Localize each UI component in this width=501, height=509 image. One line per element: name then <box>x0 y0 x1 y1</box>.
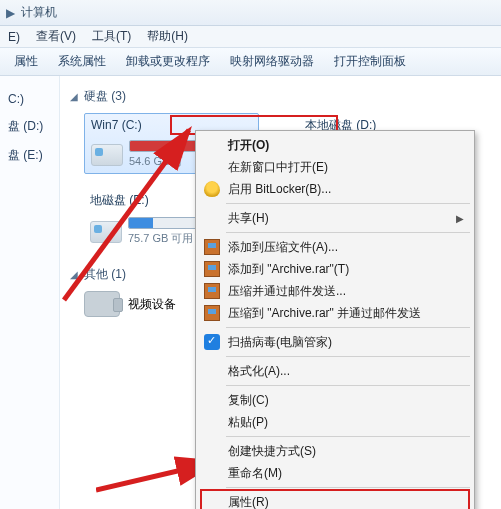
menu-add-archive[interactable]: 添加到压缩文件(A)... <box>198 236 472 258</box>
toolbar: 属性 系统属性 卸载或更改程序 映射网络驱动器 打开控制面板 <box>0 48 501 76</box>
menu-open[interactable]: 打开(O) <box>198 134 472 156</box>
context-menu: 打开(O) 在新窗口中打开(E) 启用 BitLocker(B)... 共享(H… <box>195 130 475 509</box>
archive-icon <box>204 283 220 299</box>
separator <box>226 385 470 386</box>
archive-icon <box>204 239 220 255</box>
separator <box>226 487 470 488</box>
menu-rename[interactable]: 重命名(M) <box>198 462 472 484</box>
drive-icon <box>91 144 123 166</box>
archive-icon <box>204 305 220 321</box>
menu-view[interactable]: 查看(V) <box>28 28 84 45</box>
menu-scan-virus[interactable]: 扫描病毒(电脑管家) <box>198 331 472 353</box>
separator <box>226 436 470 437</box>
location-text: 计算机 <box>21 4 57 21</box>
toolbar-control-panel[interactable]: 打开控制面板 <box>324 53 416 70</box>
menu-tools[interactable]: 工具(T) <box>84 28 139 45</box>
collapse-icon: ◢ <box>70 91 78 102</box>
menu-compress-mail[interactable]: 压缩并通过邮件发送... <box>198 280 472 302</box>
section-other-label: 其他 (1) <box>84 266 126 283</box>
device-video-label: 视频设备 <box>128 296 176 313</box>
menu-bar: E) 查看(V) 工具(T) 帮助(H) <box>0 26 501 48</box>
menu-properties[interactable]: 属性(R) <box>198 491 472 509</box>
menu-bitlocker[interactable]: 启用 BitLocker(B)... <box>198 178 472 200</box>
drive-icon <box>90 221 122 243</box>
separator <box>226 232 470 233</box>
menu-paste[interactable]: 粘贴(P) <box>198 411 472 433</box>
navigation-pane: C:) 盘 (D:) 盘 (E:) <box>0 76 60 509</box>
section-hdd-label: 硬盘 (3) <box>84 88 126 105</box>
menu-edit[interactable]: E) <box>0 30 28 44</box>
menu-compress-rar-mail[interactable]: 压缩到 "Archive.rar" 并通过邮件发送 <box>198 302 472 324</box>
sidebar-item-d[interactable]: 盘 (D:) <box>0 112 59 141</box>
toolbar-system-properties[interactable]: 系统属性 <box>48 53 116 70</box>
menu-create-shortcut[interactable]: 创建快捷方式(S) <box>198 440 472 462</box>
sidebar-item-c[interactable]: C:) <box>0 86 59 112</box>
menu-open-new-window[interactable]: 在新窗口中打开(E) <box>198 156 472 178</box>
menu-copy[interactable]: 复制(C) <box>198 389 472 411</box>
menu-add-rar[interactable]: 添加到 "Archive.rar"(T) <box>198 258 472 280</box>
toolbar-properties[interactable]: 属性 <box>4 53 48 70</box>
submenu-arrow-icon: ▶ <box>456 213 464 224</box>
shield-icon <box>204 181 220 197</box>
separator <box>226 327 470 328</box>
archive-icon <box>204 261 220 277</box>
menu-share[interactable]: 共享(H)▶ <box>198 207 472 229</box>
camera-icon <box>84 291 120 317</box>
menu-help[interactable]: 帮助(H) <box>139 28 196 45</box>
separator <box>226 203 470 204</box>
separator <box>226 356 470 357</box>
section-hdd[interactable]: ◢ 硬盘 (3) <box>70 88 491 105</box>
breadcrumb-arrow-icon: ▶ <box>6 6 15 20</box>
address-bar: ▶ 计算机 <box>0 0 501 26</box>
antivirus-icon <box>204 334 220 350</box>
collapse-icon: ◢ <box>70 269 78 280</box>
toolbar-uninstall[interactable]: 卸载或更改程序 <box>116 53 220 70</box>
toolbar-map-network[interactable]: 映射网络驱动器 <box>220 53 324 70</box>
menu-format[interactable]: 格式化(A)... <box>198 360 472 382</box>
sidebar-item-e[interactable]: 盘 (E:) <box>0 141 59 170</box>
